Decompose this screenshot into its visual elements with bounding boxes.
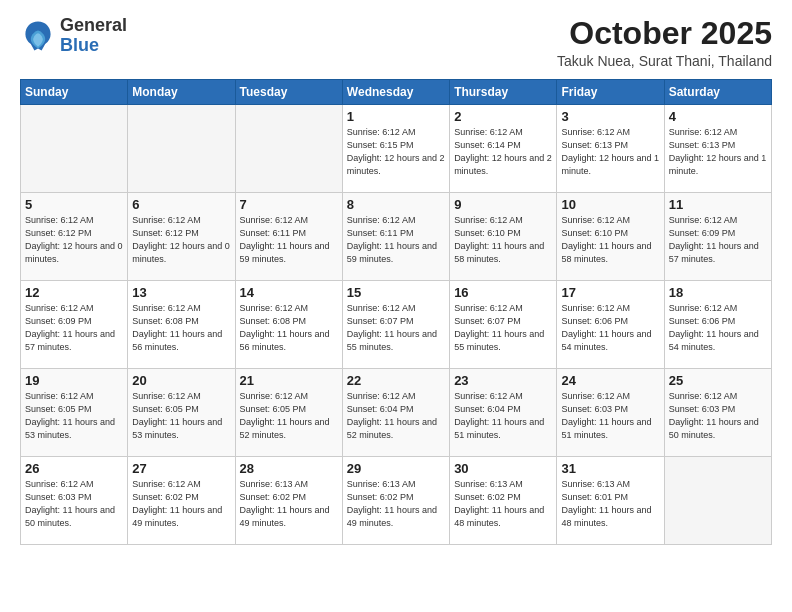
- day-info: Sunrise: 6:12 AM Sunset: 6:05 PM Dayligh…: [132, 390, 230, 442]
- day-number: 24: [561, 373, 659, 388]
- calendar-cell: 18Sunrise: 6:12 AM Sunset: 6:06 PM Dayli…: [664, 281, 771, 369]
- logo-text: General Blue: [60, 16, 127, 56]
- calendar-cell: 3Sunrise: 6:12 AM Sunset: 6:13 PM Daylig…: [557, 105, 664, 193]
- calendar-cell: 7Sunrise: 6:12 AM Sunset: 6:11 PM Daylig…: [235, 193, 342, 281]
- weekday-header-row: SundayMondayTuesdayWednesdayThursdayFrid…: [21, 80, 772, 105]
- day-number: 19: [25, 373, 123, 388]
- day-number: 25: [669, 373, 767, 388]
- page: General Blue October 2025 Takuk Nuea, Su…: [0, 0, 792, 612]
- calendar-cell: [664, 457, 771, 545]
- calendar-cell: 19Sunrise: 6:12 AM Sunset: 6:05 PM Dayli…: [21, 369, 128, 457]
- day-number: 26: [25, 461, 123, 476]
- calendar-cell: 16Sunrise: 6:12 AM Sunset: 6:07 PM Dayli…: [450, 281, 557, 369]
- calendar-cell: 1Sunrise: 6:12 AM Sunset: 6:15 PM Daylig…: [342, 105, 449, 193]
- calendar-cell: 5Sunrise: 6:12 AM Sunset: 6:12 PM Daylig…: [21, 193, 128, 281]
- calendar-cell: 31Sunrise: 6:13 AM Sunset: 6:01 PM Dayli…: [557, 457, 664, 545]
- day-number: 14: [240, 285, 338, 300]
- day-number: 13: [132, 285, 230, 300]
- day-info: Sunrise: 6:12 AM Sunset: 6:09 PM Dayligh…: [669, 214, 767, 266]
- day-number: 8: [347, 197, 445, 212]
- day-info: Sunrise: 6:12 AM Sunset: 6:11 PM Dayligh…: [240, 214, 338, 266]
- day-info: Sunrise: 6:12 AM Sunset: 6:12 PM Dayligh…: [25, 214, 123, 266]
- day-number: 23: [454, 373, 552, 388]
- calendar-cell: 4Sunrise: 6:12 AM Sunset: 6:13 PM Daylig…: [664, 105, 771, 193]
- day-info: Sunrise: 6:13 AM Sunset: 6:02 PM Dayligh…: [240, 478, 338, 530]
- day-number: 9: [454, 197, 552, 212]
- day-info: Sunrise: 6:12 AM Sunset: 6:06 PM Dayligh…: [669, 302, 767, 354]
- calendar-cell: 15Sunrise: 6:12 AM Sunset: 6:07 PM Dayli…: [342, 281, 449, 369]
- week-row-5: 26Sunrise: 6:12 AM Sunset: 6:03 PM Dayli…: [21, 457, 772, 545]
- title-block: October 2025 Takuk Nuea, Surat Thani, Th…: [557, 16, 772, 69]
- day-info: Sunrise: 6:12 AM Sunset: 6:06 PM Dayligh…: [561, 302, 659, 354]
- day-number: 11: [669, 197, 767, 212]
- weekday-header-tuesday: Tuesday: [235, 80, 342, 105]
- day-info: Sunrise: 6:12 AM Sunset: 6:13 PM Dayligh…: [669, 126, 767, 178]
- calendar-cell: 21Sunrise: 6:12 AM Sunset: 6:05 PM Dayli…: [235, 369, 342, 457]
- location-subtitle: Takuk Nuea, Surat Thani, Thailand: [557, 53, 772, 69]
- day-info: Sunrise: 6:12 AM Sunset: 6:05 PM Dayligh…: [25, 390, 123, 442]
- calendar-cell: 24Sunrise: 6:12 AM Sunset: 6:03 PM Dayli…: [557, 369, 664, 457]
- day-info: Sunrise: 6:12 AM Sunset: 6:10 PM Dayligh…: [454, 214, 552, 266]
- day-info: Sunrise: 6:13 AM Sunset: 6:01 PM Dayligh…: [561, 478, 659, 530]
- day-info: Sunrise: 6:12 AM Sunset: 6:03 PM Dayligh…: [25, 478, 123, 530]
- day-number: 6: [132, 197, 230, 212]
- calendar-cell: 10Sunrise: 6:12 AM Sunset: 6:10 PM Dayli…: [557, 193, 664, 281]
- calendar-cell: 14Sunrise: 6:12 AM Sunset: 6:08 PM Dayli…: [235, 281, 342, 369]
- day-info: Sunrise: 6:12 AM Sunset: 6:04 PM Dayligh…: [454, 390, 552, 442]
- day-info: Sunrise: 6:12 AM Sunset: 6:15 PM Dayligh…: [347, 126, 445, 178]
- weekday-header-monday: Monday: [128, 80, 235, 105]
- day-info: Sunrise: 6:12 AM Sunset: 6:09 PM Dayligh…: [25, 302, 123, 354]
- day-number: 16: [454, 285, 552, 300]
- calendar-cell: 23Sunrise: 6:12 AM Sunset: 6:04 PM Dayli…: [450, 369, 557, 457]
- day-number: 21: [240, 373, 338, 388]
- weekday-header-friday: Friday: [557, 80, 664, 105]
- day-info: Sunrise: 6:12 AM Sunset: 6:07 PM Dayligh…: [454, 302, 552, 354]
- day-number: 1: [347, 109, 445, 124]
- calendar-cell: 28Sunrise: 6:13 AM Sunset: 6:02 PM Dayli…: [235, 457, 342, 545]
- day-number: 17: [561, 285, 659, 300]
- week-row-3: 12Sunrise: 6:12 AM Sunset: 6:09 PM Dayli…: [21, 281, 772, 369]
- weekday-header-wednesday: Wednesday: [342, 80, 449, 105]
- day-info: Sunrise: 6:12 AM Sunset: 6:08 PM Dayligh…: [240, 302, 338, 354]
- day-number: 29: [347, 461, 445, 476]
- day-info: Sunrise: 6:12 AM Sunset: 6:12 PM Dayligh…: [132, 214, 230, 266]
- day-info: Sunrise: 6:12 AM Sunset: 6:05 PM Dayligh…: [240, 390, 338, 442]
- day-info: Sunrise: 6:12 AM Sunset: 6:02 PM Dayligh…: [132, 478, 230, 530]
- weekday-header-saturday: Saturday: [664, 80, 771, 105]
- day-number: 5: [25, 197, 123, 212]
- day-info: Sunrise: 6:12 AM Sunset: 6:10 PM Dayligh…: [561, 214, 659, 266]
- day-info: Sunrise: 6:13 AM Sunset: 6:02 PM Dayligh…: [347, 478, 445, 530]
- day-number: 31: [561, 461, 659, 476]
- calendar-table: SundayMondayTuesdayWednesdayThursdayFrid…: [20, 79, 772, 545]
- day-info: Sunrise: 6:12 AM Sunset: 6:04 PM Dayligh…: [347, 390, 445, 442]
- calendar-cell: 6Sunrise: 6:12 AM Sunset: 6:12 PM Daylig…: [128, 193, 235, 281]
- weekday-header-sunday: Sunday: [21, 80, 128, 105]
- day-number: 12: [25, 285, 123, 300]
- week-row-2: 5Sunrise: 6:12 AM Sunset: 6:12 PM Daylig…: [21, 193, 772, 281]
- calendar-cell: 25Sunrise: 6:12 AM Sunset: 6:03 PM Dayli…: [664, 369, 771, 457]
- day-number: 18: [669, 285, 767, 300]
- day-number: 2: [454, 109, 552, 124]
- calendar-cell: 27Sunrise: 6:12 AM Sunset: 6:02 PM Dayli…: [128, 457, 235, 545]
- day-info: Sunrise: 6:12 AM Sunset: 6:13 PM Dayligh…: [561, 126, 659, 178]
- logo-icon: [20, 18, 56, 54]
- logo-line1: General: [60, 16, 127, 36]
- day-number: 30: [454, 461, 552, 476]
- day-number: 27: [132, 461, 230, 476]
- day-number: 4: [669, 109, 767, 124]
- calendar-cell: 20Sunrise: 6:12 AM Sunset: 6:05 PM Dayli…: [128, 369, 235, 457]
- calendar-cell: [128, 105, 235, 193]
- calendar-cell: [21, 105, 128, 193]
- day-number: 10: [561, 197, 659, 212]
- day-number: 20: [132, 373, 230, 388]
- week-row-4: 19Sunrise: 6:12 AM Sunset: 6:05 PM Dayli…: [21, 369, 772, 457]
- logo: General Blue: [20, 16, 127, 56]
- calendar-cell: 12Sunrise: 6:12 AM Sunset: 6:09 PM Dayli…: [21, 281, 128, 369]
- day-info: Sunrise: 6:12 AM Sunset: 6:14 PM Dayligh…: [454, 126, 552, 178]
- day-info: Sunrise: 6:12 AM Sunset: 6:03 PM Dayligh…: [669, 390, 767, 442]
- calendar-cell: 30Sunrise: 6:13 AM Sunset: 6:02 PM Dayli…: [450, 457, 557, 545]
- calendar-cell: 17Sunrise: 6:12 AM Sunset: 6:06 PM Dayli…: [557, 281, 664, 369]
- calendar-cell: [235, 105, 342, 193]
- day-info: Sunrise: 6:12 AM Sunset: 6:08 PM Dayligh…: [132, 302, 230, 354]
- week-row-1: 1Sunrise: 6:12 AM Sunset: 6:15 PM Daylig…: [21, 105, 772, 193]
